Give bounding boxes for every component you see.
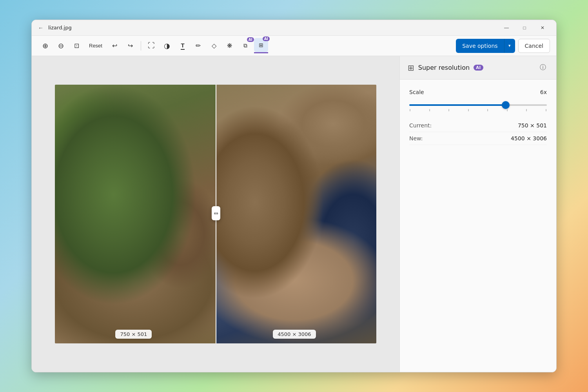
effects-icon: ❋	[227, 42, 232, 49]
effects-button[interactable]: ❋	[223, 39, 237, 53]
image-container: ⇔ 750 × 501 4500 × 3006	[55, 85, 376, 343]
image-right-enhanced	[216, 85, 376, 343]
tick-6	[507, 109, 508, 111]
zoom-out-button[interactable]: ⊖	[54, 39, 68, 53]
new-value: 4500 × 3006	[511, 135, 547, 142]
brightness-button[interactable]: ◑	[160, 39, 174, 53]
title-bar: lizard.jpg — □ ✕	[32, 20, 556, 36]
toolbar-right: Save options ▾ Cancel	[456, 39, 550, 53]
panel-body: Scale 6x	[400, 80, 556, 154]
scale-label: Scale	[409, 89, 424, 95]
zoom-in-icon: ⊕	[42, 42, 48, 50]
panel-title: Super resolution	[418, 64, 470, 71]
crop-icon: ⛶	[148, 42, 155, 50]
panel-info-button[interactable]: ⓘ	[537, 62, 548, 73]
tick-5	[487, 109, 488, 111]
redo-button[interactable]: ↪	[123, 39, 138, 53]
scale-value: 6x	[540, 89, 547, 95]
save-options-dropdown-button[interactable]: ▾	[504, 39, 515, 53]
crop-button[interactable]: ⛶	[144, 39, 158, 53]
toolbar-divider-1	[141, 41, 141, 51]
cancel-button[interactable]: Cancel	[518, 39, 550, 53]
erase-button[interactable]: ◇	[207, 39, 221, 53]
zoom-out-icon: ⊖	[58, 42, 64, 50]
bg-remove-ai-badge: AI	[247, 37, 254, 42]
bg-remove-icon: ⧉	[243, 42, 247, 49]
fit-button[interactable]: ⊡	[69, 39, 83, 53]
scale-row: Scale 6x	[409, 89, 547, 95]
split-handle-icon: ⇔	[214, 210, 218, 216]
back-button[interactable]	[36, 24, 45, 32]
save-options-button[interactable]: Save options	[456, 39, 504, 53]
zoom-in-button[interactable]: ⊕	[38, 39, 52, 53]
panel-icon: ⊞	[408, 63, 414, 73]
split-handle[interactable]: ⇔	[212, 206, 220, 220]
generative-icon: ⊞	[259, 42, 263, 48]
panel-header: ⊞ Super resolution AI ⓘ	[400, 56, 556, 80]
fit-icon: ⊡	[74, 42, 79, 49]
text-button[interactable]: T	[176, 39, 190, 53]
generative-wrap: ⊞ AI	[254, 38, 268, 53]
slider-ticks	[409, 109, 547, 111]
undo-icon: ↩	[112, 42, 117, 49]
undo-button[interactable]: ↩	[108, 39, 122, 53]
erase-icon: ◇	[212, 42, 216, 49]
current-row: Current: 750 × 501	[409, 119, 547, 132]
back-arrow-icon	[38, 25, 44, 31]
tick-3	[448, 109, 449, 111]
reset-button[interactable]: Reset	[85, 39, 106, 53]
text-icon: T	[181, 42, 184, 50]
minimize-button[interactable]: —	[497, 22, 515, 34]
redo-icon: ↪	[128, 42, 133, 49]
main-content: ⇔ 750 × 501 4500 × 3006 ⊞ Super resoluti…	[32, 56, 556, 372]
toolbar: ⊕ ⊖ ⊡ Reset ↩ ↪ ⛶ ◑ T ✏ ◇	[32, 36, 556, 56]
save-options-group: Save options ▾	[456, 39, 515, 53]
panel-ai-badge: AI	[474, 65, 483, 71]
current-value: 750 × 501	[518, 122, 547, 129]
generative-ai-badge: AI	[263, 36, 270, 41]
current-label: Current:	[409, 122, 432, 129]
window-controls: — □ ✕	[497, 22, 552, 34]
image-area: ⇔ 750 × 501 4500 × 3006	[32, 56, 399, 372]
new-row: New: 4500 × 3006	[409, 132, 547, 145]
brightness-icon: ◑	[164, 42, 170, 50]
reset-label: Reset	[89, 43, 102, 49]
close-button[interactable]: ✕	[534, 22, 552, 34]
pen-button[interactable]: ✏	[191, 39, 205, 53]
pen-icon: ✏	[196, 42, 201, 49]
window-title: lizard.jpg	[48, 25, 72, 31]
tick-1	[410, 109, 410, 111]
maximize-button[interactable]: □	[515, 22, 534, 34]
chevron-down-icon: ▾	[508, 43, 511, 48]
scale-slider[interactable]	[409, 104, 547, 106]
scale-slider-container	[409, 100, 547, 111]
info-icon: ⓘ	[540, 64, 546, 72]
bg-remove-wrap: ⧉ AI	[238, 39, 252, 53]
new-label: New:	[409, 135, 423, 142]
tick-2	[429, 109, 430, 111]
tick-8	[546, 109, 546, 111]
right-panel: ⊞ Super resolution AI ⓘ Scale 6x	[399, 56, 556, 372]
title-bar-left: lizard.jpg	[36, 24, 72, 32]
tick-4	[468, 109, 469, 111]
app-window: lizard.jpg — □ ✕ ⊕ ⊖ ⊡ Reset ↩ ↪	[31, 20, 557, 372]
tick-7	[526, 109, 527, 111]
image-left-original	[55, 85, 216, 343]
